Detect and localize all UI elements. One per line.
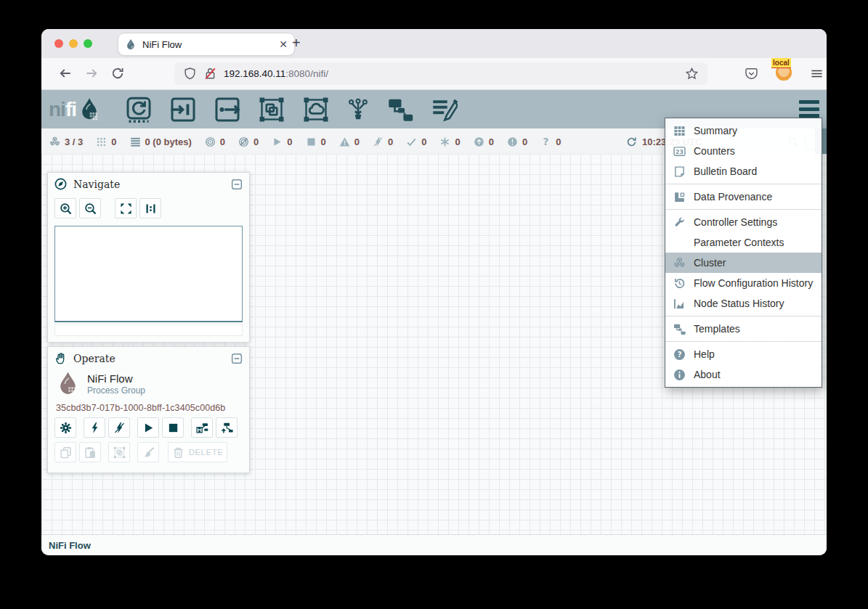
operate-palette: Operate NiFi Flow Process Group 35cbd3b7… [47,346,250,473]
operate-hand-icon [54,352,67,364]
new-tab-button[interactable]: + [292,35,301,52]
tab-bar: NiFi Flow ✕ + [41,29,827,58]
navigate-palette: Navigate [47,172,250,343]
delete-label: DELETE [189,448,224,457]
create-template-button[interactable] [191,417,213,438]
menu-item-parameter-contexts[interactable]: Parameter Contexts [665,232,822,253]
url-text: 192.168.40.11:8080/nifi/ [224,68,678,79]
menu-item-templates[interactable]: Templates [665,319,822,339]
cluster-icon [673,257,686,269]
funnel-icon[interactable] [347,97,369,123]
zoom-fit-icon [120,203,132,215]
locally-modified-icon [439,136,450,147]
input-port-icon[interactable] [170,97,196,123]
output-port-icon[interactable] [214,97,240,123]
delete-button[interactable]: DELETE [168,442,227,462]
status-queued: 0 (0 bytes) [130,136,192,147]
process-group-drop-icon [56,371,80,397]
refresh-icon[interactable] [626,136,637,147]
flow-configuration-history-icon [673,277,686,290]
menu-item-counters[interactable]: Counters [665,141,822,161]
back-icon[interactable] [58,66,73,81]
remote-process-group-icon[interactable] [303,97,329,123]
cluster-icon [49,136,60,147]
bookmark-star-icon[interactable] [685,67,699,81]
zoom-out-icon [84,203,97,215]
help-icon [673,348,686,361]
menu-item-controller-settings[interactable]: Controller Settings [665,212,822,232]
menu-item-about[interactable]: About [665,364,822,385]
close-window-button[interactable] [54,39,63,48]
profile-avatar[interactable]: local [776,65,792,81]
browser-window: NiFi Flow ✕ + 192.168.40.11:8080/nifi/ l… [41,29,827,555]
status-running: 0 [272,136,292,147]
threads-icon [96,136,107,147]
collapse-navigate-icon[interactable] [231,179,243,190]
counters-icon [673,145,686,158]
forward-icon[interactable] [84,66,99,81]
pocket-icon[interactable] [745,67,758,81]
play-icon [142,422,155,434]
menu-item-help[interactable]: Help [665,344,822,364]
browser-tab[interactable]: NiFi Flow ✕ [118,33,294,55]
menu-item-flow-configuration-history[interactable]: Flow Configuration History [665,273,822,293]
summary-icon [673,125,686,137]
configure-button[interactable] [54,417,76,438]
enable-button[interactable] [84,417,105,438]
bolt-icon [89,422,101,434]
transmitting-icon [205,136,216,147]
processor-icon[interactable] [126,97,152,123]
breadcrumb[interactable]: NiFi Flow [49,540,91,551]
start-button[interactable] [137,417,159,438]
menu-separator [665,209,822,210]
menu-separator [665,341,822,342]
close-tab-icon[interactable]: ✕ [279,39,288,49]
profile-badge: local [771,58,791,68]
reload-icon[interactable] [110,66,125,81]
change-color-button[interactable] [137,442,159,462]
upload-template-button[interactable] [216,417,238,438]
status-not-transmitting: 0 [238,136,259,147]
copy-button[interactable] [54,442,76,462]
group-selection-icon [113,446,126,459]
menu-item-summary[interactable]: Summary [665,120,822,141]
disable-button[interactable] [108,417,130,438]
zoom-window-button[interactable] [84,39,92,48]
global-menu: Summary Counters Bulletin Board Data Pro… [665,118,822,388]
global-menu-button[interactable] [799,100,819,118]
label-icon[interactable] [431,97,458,123]
zoom-in-button[interactable] [54,198,76,218]
shield-icon[interactable] [183,67,197,81]
upload-template-icon [221,422,233,434]
menu-item-data-provenance[interactable]: Data Provenance [665,187,822,207]
minimize-window-button[interactable] [69,39,78,48]
address-bar[interactable]: 192.168.40.11:8080/nifi/ [174,62,707,85]
stop-button[interactable] [162,417,184,438]
nifi-drop-logo-icon [78,97,101,122]
zoom-fit-button[interactable] [115,198,137,218]
paste-button[interactable] [79,442,101,462]
menu-item-bulletin-board[interactable]: Bulletin Board [665,161,822,181]
template-icon[interactable] [387,97,413,123]
birdseye-view[interactable] [54,226,243,322]
group-button[interactable] [108,442,130,462]
process-group-icon[interactable] [259,97,285,123]
sync-failure-icon [540,136,551,147]
zoom-out-button[interactable] [79,198,101,218]
zoom-actual-size-button[interactable] [139,198,161,218]
menu-separator [665,184,822,184]
menu-item-cluster[interactable]: Cluster [665,253,822,273]
status-connected-nodes: 3 / 3 [49,136,83,147]
stop-icon [167,422,179,434]
insecure-lock-icon[interactable] [203,67,217,81]
collapse-operate-icon[interactable] [231,353,243,364]
copy-icon [60,446,72,459]
browser-menu-icon[interactable] [809,67,824,81]
menu-item-node-status-history[interactable]: Node Status History [665,293,822,314]
bolt-slash-icon [113,422,126,434]
nifi-logo: nifi [49,97,101,122]
status-disabled: 0 [373,136,393,147]
status-up-to-date: 0 [406,136,426,147]
tab-title: NiFi Flow [142,39,273,50]
data-provenance-icon [673,191,686,203]
